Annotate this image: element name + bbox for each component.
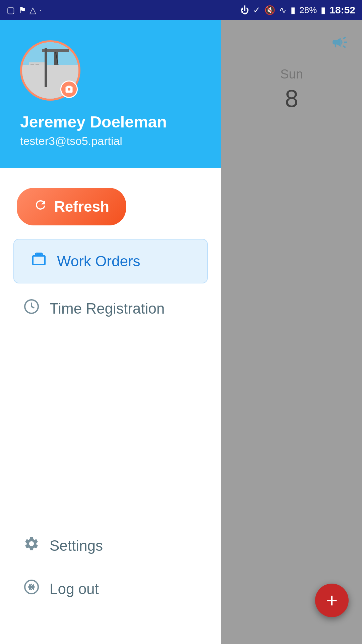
drawer-header: AMELS DAMEN Jeremey Doeleman tester3@tso… — [0, 20, 221, 168]
megaphone-icon — [331, 35, 349, 55]
time-registration-label: Time Registration — [50, 300, 165, 317]
notification-button[interactable] — [331, 34, 349, 55]
navigation-drawer: AMELS DAMEN Jeremey Doeleman tester3@tso… — [0, 20, 221, 644]
menu-spacer — [0, 330, 221, 524]
battery-charging-icon: ⏻ — [240, 5, 249, 15]
main-overlay: AMELS DAMEN Jeremey Doeleman tester3@tso… — [0, 20, 362, 644]
svg-rect-10 — [29, 78, 45, 85]
gear-icon — [23, 536, 40, 555]
warning-icon: △ — [29, 5, 36, 15]
svg-rect-3 — [31, 64, 34, 67]
svg-text:DAMEN: DAMEN — [33, 88, 41, 90]
date-display: Sun 8 — [280, 67, 303, 112]
day-name: Sun — [280, 67, 303, 82]
svg-rect-5 — [31, 69, 34, 72]
avatar-container[interactable]: AMELS DAMEN — [20, 40, 80, 101]
plus-icon: + — [326, 590, 338, 610]
svg-text:AMELS: AMELS — [33, 81, 41, 83]
status-bar-right: ⏻ ✓ 🔇 ∿ ▮ 28% ▮ 18:52 — [240, 4, 355, 16]
day-number: 8 — [280, 85, 303, 112]
logout-icon — [23, 579, 40, 599]
svg-rect-2 — [29, 62, 46, 99]
camera-icon[interactable] — [60, 80, 78, 98]
refresh-icon — [34, 198, 48, 215]
status-bar-left: ▢ ⚑ △ · — [7, 5, 42, 15]
settings-menu-item[interactable]: Settings — [7, 524, 215, 567]
svg-rect-12 — [29, 85, 45, 91]
dot-icon: · — [40, 5, 42, 15]
svg-rect-4 — [36, 64, 39, 67]
svg-rect-6 — [36, 69, 39, 72]
clock-icon — [23, 299, 40, 318]
bluetooth-icon: ✓ — [253, 5, 260, 15]
briefcase-icon — [31, 251, 47, 271]
user-name: Jeremey Doeleman — [20, 113, 167, 131]
wifi-icon: ∿ — [279, 5, 287, 15]
svg-rect-7 — [54, 49, 58, 99]
fab-button[interactable]: + — [315, 584, 349, 617]
notification-status-icon: ▢ — [7, 5, 15, 15]
bottom-menu: Settings Log out — [0, 524, 221, 631]
main-content-panel: Sun 8 + — [221, 20, 362, 644]
time-registration-menu-item[interactable]: Time Registration — [7, 287, 215, 330]
signal-icon: ▮ — [291, 5, 295, 15]
drawer-menu: Refresh Work Orders — [0, 168, 221, 644]
battery-level-text: 28% — [299, 5, 317, 15]
user-email: tester3@tso5.partial — [20, 135, 122, 148]
flag-icon: ⚑ — [18, 5, 26, 15]
svg-rect-8 — [42, 49, 69, 52]
refresh-button[interactable]: Refresh — [17, 188, 126, 225]
logout-menu-item[interactable]: Log out — [7, 567, 215, 610]
status-bar: ▢ ⚑ △ · ⏻ ✓ 🔇 ∿ ▮ 28% ▮ 18:52 — [0, 0, 362, 20]
logout-label: Log out — [50, 581, 99, 597]
settings-label: Settings — [50, 537, 103, 554]
refresh-label: Refresh — [54, 198, 109, 215]
status-time: 18:52 — [329, 4, 355, 16]
mute-icon: 🔇 — [264, 5, 275, 15]
work-orders-menu-item[interactable]: Work Orders — [13, 239, 208, 283]
work-orders-label: Work Orders — [57, 253, 140, 270]
battery-icon: ▮ — [321, 5, 325, 15]
